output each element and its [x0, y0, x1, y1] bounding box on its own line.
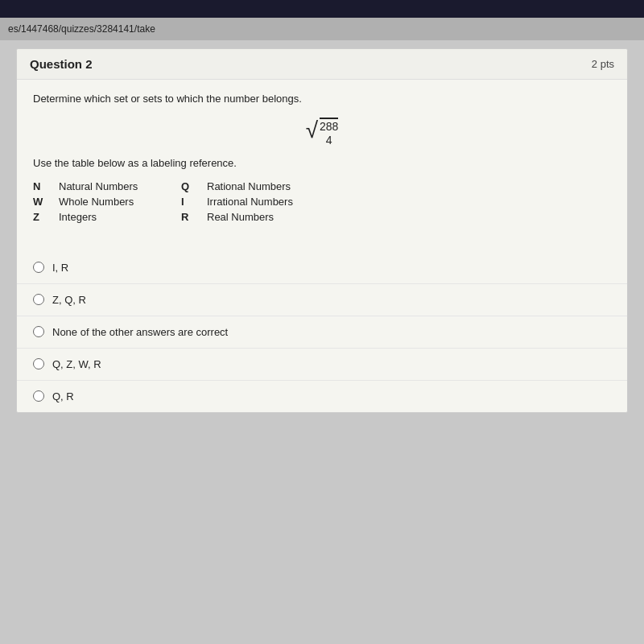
question-body: Determine which set or sets to which the…: [17, 80, 627, 252]
numerator: 288: [320, 120, 338, 134]
ref-letter-n: N: [33, 180, 49, 192]
answer-label-5: Q, R: [52, 390, 74, 402]
denominator: 4: [326, 134, 332, 147]
ref-letter-z: Z: [33, 211, 49, 223]
reference-label: Use the table below as a labeling refere…: [33, 157, 611, 169]
radio-3[interactable]: [33, 326, 44, 337]
answer-label-2: Z, Q, R: [52, 294, 86, 306]
ref-letter-w: W: [33, 196, 49, 208]
ref-letter-i: I: [181, 196, 197, 208]
question-card: Question 2 2 pts Determine which set or …: [16, 48, 628, 413]
question-prompt: Determine which set or sets to which the…: [33, 93, 611, 105]
answer-option-2[interactable]: Z, Q, R: [17, 284, 627, 316]
answer-label-3: None of the other answers are correct: [52, 326, 228, 338]
math-expression: √ 288 4: [33, 118, 611, 147]
ref-label-irrational: Irrational Numbers: [207, 196, 336, 208]
url-bar: es/1447468/quizzes/3284141/take: [0, 18, 644, 40]
question-points: 2 pts: [592, 58, 614, 70]
top-bar: [0, 0, 644, 18]
question-header: Question 2 2 pts: [17, 49, 627, 80]
question-title: Question 2: [30, 57, 93, 71]
answer-option-5[interactable]: Q, R: [17, 381, 627, 412]
ref-label-integers: Integers: [59, 211, 171, 223]
answer-option-3[interactable]: None of the other answers are correct: [17, 316, 627, 349]
ref-label-rational: Rational Numbers: [207, 180, 336, 192]
radio-4[interactable]: [33, 358, 44, 369]
url-text: es/1447468/quizzes/3284141/take: [8, 23, 155, 35]
radio-2[interactable]: [33, 294, 44, 305]
answer-option-4[interactable]: Q, Z, W, R: [17, 349, 627, 381]
ref-letter-r: R: [181, 211, 197, 223]
ref-label-real: Real Numbers: [207, 211, 336, 223]
fraction: 288 4: [320, 118, 338, 147]
ref-label-natural: Natural Numbers: [59, 180, 171, 192]
radio-5[interactable]: [33, 390, 44, 402]
reference-table: N Natural Numbers Q Rational Numbers W W…: [33, 180, 611, 223]
ref-label-whole: Whole Numbers: [59, 196, 171, 208]
page-wrapper: Question 2 2 pts Determine which set or …: [0, 40, 644, 644]
sqrt-symbol: √: [306, 119, 318, 142]
answer-option-1[interactable]: I, R: [17, 252, 627, 284]
radio-1[interactable]: [33, 262, 44, 273]
ref-letter-q: Q: [181, 180, 197, 192]
sqrt-wrapper: √ 288 4: [306, 118, 339, 147]
answer-label-4: Q, Z, W, R: [52, 358, 101, 370]
answer-label-1: I, R: [52, 262, 68, 274]
